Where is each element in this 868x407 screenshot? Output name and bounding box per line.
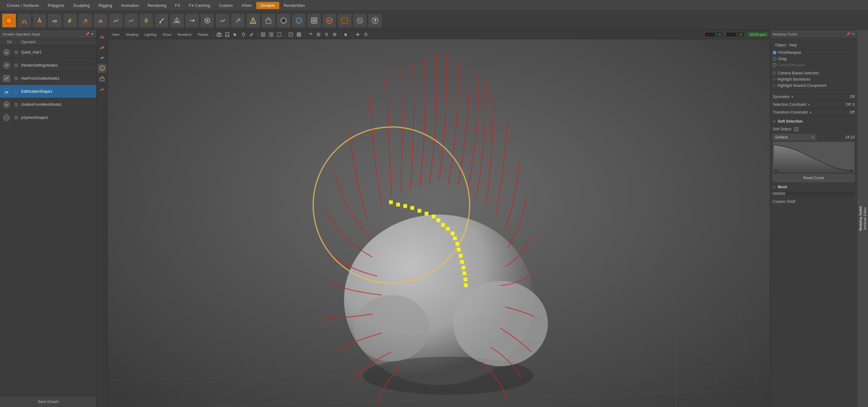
camera-based-checkbox-icon[interactable]: ☐ [773, 71, 776, 75]
selection-constraint-dropdown[interactable]: Selection Constraint ▼ [773, 102, 810, 107]
menu-item-rigging[interactable]: Rigging [94, 2, 117, 9]
tweak-marquee-radio[interactable] [773, 63, 776, 67]
toolbar-btn-8[interactable] [124, 13, 138, 28]
show-menu[interactable]: Show [160, 32, 174, 37]
right-panel-close-icon[interactable]: ✕ [852, 32, 855, 36]
vp-light-icon[interactable] [323, 31, 330, 38]
lighting-menu[interactable]: Lighting [142, 32, 159, 37]
toolbar-btn-19[interactable] [292, 13, 306, 28]
vp-bookmark-icon[interactable] [224, 31, 231, 38]
toolbar-btn-10[interactable] [154, 13, 169, 28]
menu-item-ornatrix[interactable]: Ornatrix [256, 2, 279, 9]
operator-check-2[interactable] [13, 77, 19, 80]
left-panel-close-icon[interactable]: ✕ [91, 32, 94, 36]
operator-row-5[interactable]: pSphereShape1 [0, 111, 96, 124]
vp-camera-icon[interactable] [216, 31, 223, 38]
panels-menu[interactable]: Panels [195, 32, 211, 37]
attribute-editor-tab[interactable]: Attribute Editor [863, 205, 867, 232]
menu-item-rendering[interactable]: Rendering [143, 2, 170, 9]
right-menu-help[interactable]: Help [789, 43, 797, 47]
surface-dropdown[interactable]: Surface ▼ [773, 134, 816, 140]
camera-based-selection-option[interactable]: ☐ Camera Based Selection [773, 70, 855, 76]
vp-rotate-icon[interactable] [307, 31, 314, 38]
toolbar-btn-18[interactable] [276, 13, 291, 28]
side-icon-5[interactable] [97, 84, 107, 94]
toolbar-btn-20[interactable] [307, 13, 321, 28]
vp-move-icon[interactable] [354, 31, 361, 38]
operator-row-4[interactable]: GuidesFromMeshNode1 [0, 98, 96, 111]
toolbar-btn-16[interactable] [246, 13, 260, 28]
mesh-scrollbar-thumb[interactable] [773, 192, 785, 195]
save-groom-button[interactable]: Save Groom [0, 396, 96, 407]
shading-menu[interactable]: Shading [123, 32, 141, 37]
toolbar-btn-3[interactable] [48, 13, 62, 28]
vp-aa-icon[interactable] [331, 31, 338, 38]
tweak-marquee-option[interactable]: Tweak/Marquee [773, 62, 855, 68]
menu-item-fx[interactable]: FX [170, 2, 185, 9]
highlight-backfaces-checkbox-icon[interactable]: ✓ [773, 77, 776, 81]
toolbar-btn-5[interactable] [78, 13, 92, 28]
viewport-value1-input[interactable] [705, 32, 723, 37]
toolbar-btn-2[interactable] [32, 13, 47, 28]
side-icon-4[interactable] [97, 74, 107, 83]
operator-check-0[interactable] [13, 51, 19, 54]
side-icon-3[interactable] [97, 64, 107, 73]
renderer-menu[interactable]: Renderer [175, 32, 194, 37]
toolbar-btn-12[interactable] [185, 13, 199, 28]
vp-select-icon[interactable] [343, 31, 350, 38]
right-menu-object[interactable]: Object [775, 43, 786, 47]
vp-snap-icon[interactable] [362, 31, 369, 38]
operator-row-2[interactable]: HairFromGuidesNode1 [0, 72, 96, 85]
view-menu[interactable]: View [110, 32, 122, 37]
operator-check-3[interactable] [13, 90, 19, 93]
menu-item-curves[interactable]: Curves / Surfaces [2, 2, 43, 9]
toolbar-btn-15[interactable] [231, 13, 245, 28]
toolbar-btn-17[interactable] [261, 13, 276, 28]
vp-lasso-icon[interactable] [240, 31, 247, 38]
vp-shaded-icon[interactable] [296, 31, 302, 38]
transform-constraint-dropdown[interactable]: Transform Constraint ▼ [773, 110, 812, 114]
operator-row-1[interactable]: RenderSettingsNode1 [0, 59, 96, 72]
side-icon-2[interactable] [97, 53, 107, 62]
pick-marquee-radio[interactable] [773, 51, 776, 55]
right-panel-pin-icon[interactable]: 📌 [846, 32, 850, 36]
operator-check-5[interactable] [13, 116, 19, 119]
modeling-toolkit-tab[interactable]: Modeling Toolkit [859, 204, 862, 233]
viewport-value2-input[interactable] [726, 32, 744, 37]
side-icon-1[interactable] [97, 42, 107, 52]
menu-item-xgen[interactable]: XGen [237, 2, 256, 9]
toolbar-btn-22[interactable] [338, 13, 352, 28]
toolbar-btn-0[interactable] [2, 13, 16, 28]
viewport-3d[interactable]: [ Move ] 0.396078 persp X Y Z [108, 39, 770, 407]
toolbar-btn-14[interactable] [215, 13, 230, 28]
operator-check-4[interactable] [13, 103, 19, 106]
vp-wireframe-icon[interactable] [287, 31, 294, 38]
mesh-header[interactable]: ▼ Mesh [773, 183, 855, 191]
toolbar-btn-6[interactable] [93, 13, 108, 28]
curve-graph-svg[interactable]: x x [773, 142, 855, 173]
menu-item-custom[interactable]: Custom [215, 2, 237, 9]
side-icon-0[interactable] [97, 32, 107, 41]
menu-item-fxcaching[interactable]: FX Caching [185, 2, 215, 9]
viewport-canvas[interactable]: [ Move ] 0.396078 persp X Y Z [108, 39, 770, 407]
menu-item-renderman[interactable]: RenderMan [279, 2, 309, 9]
toolbar-btn-1[interactable] [17, 13, 31, 28]
toolbar-btn-7[interactable] [108, 13, 123, 28]
menu-item-animation[interactable]: Animation [117, 2, 143, 9]
mesh-scrollbar[interactable] [773, 192, 855, 195]
vp-pen-icon[interactable] [248, 31, 255, 38]
operator-row-0[interactable]: Quick_Hair1 [0, 46, 96, 59]
highlight-nearest-checkbox-icon[interactable]: ✓ [773, 84, 776, 88]
drag-radio[interactable] [773, 57, 776, 61]
symmetry-dropdown[interactable]: Symmetry ▼ [773, 95, 794, 99]
soft-selection-header[interactable]: ▼ Soft Selection [773, 117, 855, 125]
vp-isolate-icon[interactable] [315, 31, 322, 38]
drag-option[interactable]: Drag [773, 56, 855, 62]
toolbar-btn-help[interactable]: ? [368, 13, 382, 28]
vp-cursor-icon[interactable] [232, 31, 239, 38]
toolbar-btn-11[interactable] [170, 13, 184, 28]
pick-marquee-option[interactable]: Pick/Marquee [773, 49, 855, 56]
toolbar-btn-23[interactable] [353, 13, 367, 28]
left-panel-pin-icon[interactable]: 📌 [85, 32, 90, 36]
vp-grid-icon[interactable] [260, 31, 267, 38]
